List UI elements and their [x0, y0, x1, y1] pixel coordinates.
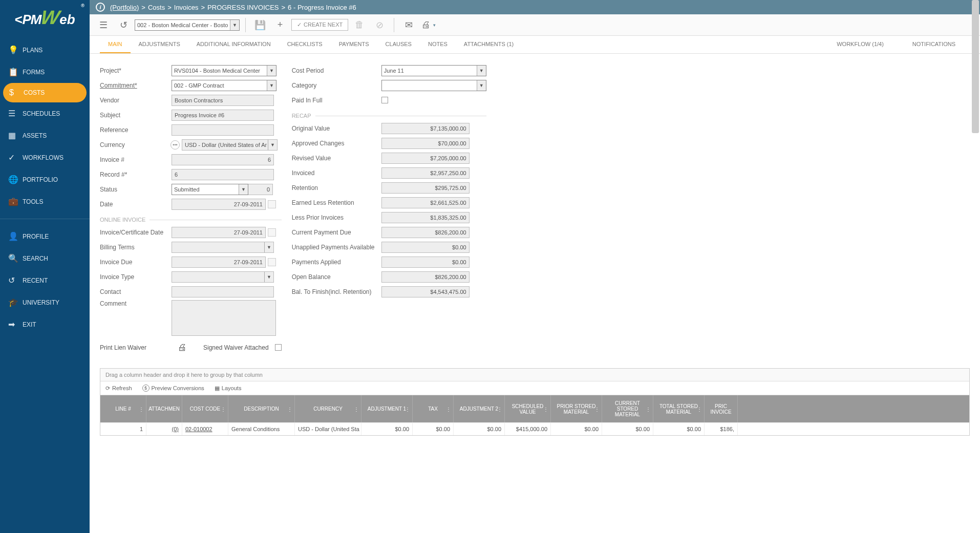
- bars-icon: ☰: [8, 109, 23, 118]
- col-prior[interactable]: PRIOR STORED MATERIAL⋮: [551, 395, 602, 422]
- add-icon[interactable]: +: [271, 16, 289, 34]
- breadcrumb-invoices[interactable]: Invoices: [174, 4, 199, 11]
- check-icon: ✓: [8, 153, 23, 162]
- tab-additional[interactable]: ADDITIONAL INFORMATION: [188, 36, 279, 53]
- tab-notifications[interactable]: NOTIFICATIONS: [898, 36, 970, 53]
- record-num-field: 6: [172, 169, 274, 180]
- col-cost-code[interactable]: COST CODE⋮: [182, 395, 228, 422]
- scrollbar-thumb[interactable]: [972, 0, 979, 133]
- col-line[interactable]: LINE #⋮: [100, 395, 146, 422]
- breadcrumb-current: 6 - Progress Invoice #6: [288, 4, 356, 11]
- clipboard-icon: 📋: [8, 67, 23, 77]
- contact-field[interactable]: [172, 286, 274, 297]
- label-revised-value: Revised Value: [292, 155, 381, 162]
- print-lien-icon[interactable]: 🖨: [178, 342, 187, 353]
- breadcrumb-portfolio[interactable]: (Portfolio): [110, 4, 139, 11]
- tab-payments[interactable]: PAYMENTS: [331, 36, 377, 53]
- nav-tools[interactable]: 💼TOOLS: [0, 190, 90, 212]
- col-adj2[interactable]: ADJUSTMENT 2⋮: [454, 395, 505, 422]
- commitment-select[interactable]: 002 - GMP Contract▼: [172, 80, 276, 91]
- undo-icon[interactable]: ↺: [115, 16, 132, 34]
- col-current[interactable]: CURRENT STORED MATERIAL⋮: [602, 395, 653, 422]
- grid-group-bar[interactable]: Drag a column header and drop it here to…: [100, 369, 969, 381]
- status-extra: 0: [248, 184, 273, 195]
- nav-workflows[interactable]: ✓WORKFLOWS: [0, 146, 90, 168]
- grid-layouts-button[interactable]: ▦Layouts: [215, 385, 242, 392]
- label-commitment[interactable]: Commitment: [100, 82, 172, 89]
- nav-assets[interactable]: ▦ASSETS: [0, 124, 90, 146]
- col-sched[interactable]: SCHEDULED VALUE⋮: [505, 395, 551, 422]
- info-icon[interactable]: i: [96, 3, 105, 12]
- status-select[interactable]: Submitted▼: [172, 184, 248, 195]
- nav-portfolio[interactable]: 🌐PORTFOLIO: [0, 168, 90, 190]
- nav-costs[interactable]: $COSTS: [3, 83, 87, 102]
- breadcrumb-progress[interactable]: PROGRESS INVOICES: [207, 4, 279, 11]
- grid-icon: ▦: [8, 131, 23, 140]
- col-total[interactable]: TOTAL STORED MATERIAL⋮: [653, 395, 705, 422]
- grid-refresh-button[interactable]: ⟳Refresh: [105, 385, 132, 392]
- label-date: Date: [100, 201, 172, 208]
- dollar-circle-icon: $: [142, 385, 150, 392]
- label-status: Status: [100, 186, 172, 193]
- date-field[interactable]: 27-09-2011: [172, 199, 266, 210]
- nav-schedules[interactable]: ☰SCHEDULES: [0, 102, 90, 124]
- save-icon[interactable]: 💾: [251, 16, 269, 34]
- label-reference: Reference: [100, 126, 172, 134]
- sidebar: <PMWeb® 💡PLANS 📋FORMS $COSTS ☰SCHEDULES …: [0, 0, 90, 533]
- create-next-button[interactable]: CREATE NEXT: [291, 19, 348, 31]
- col-desc[interactable]: DESCRIPTION⋮: [228, 395, 295, 422]
- tab-checklists[interactable]: CHECKLISTS: [279, 36, 331, 53]
- email-icon[interactable]: ✉: [400, 16, 417, 34]
- nav-profile[interactable]: 👤PROFILE: [0, 225, 90, 247]
- label-earned-less: Earned Less Retention: [292, 199, 381, 206]
- col-pric[interactable]: PRIC INVOICE: [705, 395, 738, 422]
- col-adj1[interactable]: ADJUSTMENT 1⋮: [361, 395, 413, 422]
- table-row[interactable]: 1 (0) 02-010002 General Conditions USD -…: [100, 422, 969, 435]
- col-tax[interactable]: TAX⋮: [413, 395, 454, 422]
- comment-field[interactable]: [172, 300, 276, 336]
- tab-adjustments[interactable]: ADJUSTMENTS: [131, 36, 188, 53]
- calendar-icon[interactable]: [268, 228, 276, 237]
- project-select[interactable]: RVS0104 - Boston Medical Center▼: [172, 65, 276, 76]
- tab-notes[interactable]: NOTES: [420, 36, 456, 53]
- label-vendor: Vendor: [100, 97, 172, 104]
- reference-field[interactable]: [172, 124, 274, 136]
- label-retention: Retention: [292, 184, 381, 191]
- label-signed-waiver: Signed Waiver Attached: [203, 344, 269, 351]
- invoice-type-select[interactable]: ▼: [172, 271, 274, 283]
- breadcrumb: i (Portfolio) > Costs > Invoices > PROGR…: [90, 0, 980, 14]
- invoice-num-field[interactable]: 6: [172, 154, 274, 165]
- tab-attachments[interactable]: ATTACHMENTS (1): [456, 36, 522, 53]
- col-currency[interactable]: CURRENCY⋮: [295, 395, 361, 422]
- cost-period-select[interactable]: June 11▼: [381, 65, 486, 76]
- nav-university[interactable]: 🎓UNIVERSITY: [0, 291, 90, 313]
- tab-clauses[interactable]: CLAUSES: [377, 36, 420, 53]
- vendor-field: Boston Contractors: [172, 95, 274, 106]
- tab-workflow[interactable]: WORKFLOW (1/4): [822, 36, 898, 53]
- breadcrumb-costs[interactable]: Costs: [148, 4, 165, 11]
- currency-select[interactable]: USD - Dollar (United States of America)▼: [182, 139, 278, 151]
- signed-waiver-checkbox[interactable]: [275, 344, 282, 351]
- nav-forms[interactable]: 📋FORMS: [0, 61, 90, 83]
- list-icon[interactable]: ☰: [95, 16, 112, 34]
- nav-search[interactable]: 🔍SEARCH: [0, 247, 90, 269]
- calendar-icon[interactable]: [268, 200, 276, 208]
- category-select[interactable]: ▼: [381, 80, 486, 91]
- label-record-num: Record #: [100, 171, 172, 178]
- currency-lookup-icon[interactable]: •••: [171, 140, 180, 150]
- billing-terms-select[interactable]: ▼: [172, 242, 274, 253]
- nav-exit[interactable]: ➡EXIT: [0, 313, 90, 335]
- calendar-icon[interactable]: [268, 258, 276, 266]
- record-selector[interactable]: 002 - Boston Medical Center - Bosto▼: [135, 19, 240, 31]
- delete-icon[interactable]: 🗑: [351, 16, 368, 34]
- col-attach[interactable]: ATTACHMEN: [146, 395, 182, 422]
- invoice-due-field[interactable]: 27-09-2011: [172, 257, 266, 268]
- nav-recent[interactable]: ↺RECENT: [0, 269, 90, 291]
- inv-cert-date-field[interactable]: 27-09-2011: [172, 227, 266, 238]
- paid-in-full-checkbox[interactable]: [381, 97, 388, 103]
- cancel-icon[interactable]: ⊘: [371, 16, 388, 34]
- print-icon[interactable]: 🖨 ▾: [420, 16, 437, 34]
- nav-plans[interactable]: 💡PLANS: [0, 39, 90, 61]
- grid-preview-button[interactable]: $Preview Conversions: [142, 385, 204, 392]
- tab-main[interactable]: MAIN: [100, 36, 131, 53]
